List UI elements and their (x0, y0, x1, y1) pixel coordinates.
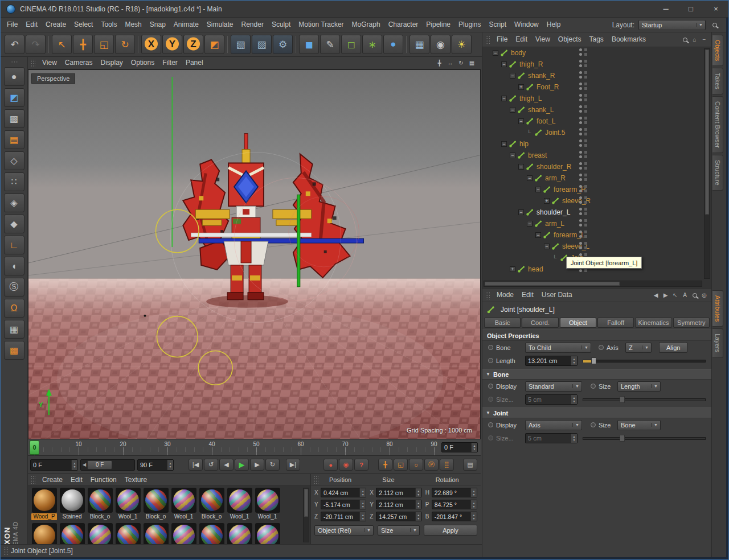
material-thumbnail[interactable] (88, 488, 113, 513)
tab-object[interactable]: Object (560, 318, 596, 328)
material-thumbnail[interactable] (227, 488, 252, 513)
menu-item-mograph[interactable]: MoGraph (348, 18, 384, 32)
spinner[interactable]: ▲▼ (359, 512, 366, 521)
material-row2-1[interactable] (58, 523, 86, 544)
menu-item-sculpt[interactable]: Sculpt (268, 18, 294, 32)
expand-toggle[interactable]: − (510, 153, 515, 158)
visibility-dots[interactable] (579, 162, 587, 170)
tab-structure[interactable]: Structure (712, 155, 723, 191)
expand-toggle[interactable]: − (544, 244, 550, 249)
material-wool_1[interactable]: Wool_1 (170, 488, 198, 520)
zoom-view-icon[interactable]: ↔ (445, 59, 455, 67)
camera-label[interactable]: Perspective (31, 73, 75, 84)
record-keyframe-button[interactable]: ● (323, 459, 338, 471)
visibility-dots[interactable] (579, 71, 587, 79)
history-back-icon[interactable]: ◀ (651, 291, 661, 299)
tab-kinematics[interactable]: Kinematics (635, 318, 671, 328)
expand-toggle[interactable]: − (518, 118, 524, 124)
edges-mode-button[interactable]: ◈ (4, 193, 24, 212)
material-thumbnail[interactable] (60, 488, 85, 513)
layout-dropdown[interactable]: Startup ▼ (638, 20, 706, 30)
material-wool_1[interactable]: Wool_1 (114, 488, 142, 520)
menu-item-display[interactable]: Display (96, 57, 126, 69)
enable-axis-button[interactable]: ∟ (4, 236, 24, 254)
tab-basic[interactable]: Basic (484, 318, 521, 328)
anim-dot[interactable] (488, 345, 493, 350)
visibility-dots[interactable] (579, 219, 587, 227)
playback-options-button[interactable]: ▤ (463, 459, 477, 471)
spinner[interactable]: ▲▼ (571, 356, 577, 365)
preview-range-slider[interactable]: ◀ 0 F (80, 459, 135, 471)
menu-item-select[interactable]: Select (70, 18, 97, 32)
minimize-button[interactable]: ─ (653, 1, 678, 17)
expand-toggle[interactable]: − (527, 175, 533, 181)
spinner[interactable]: ▲▼ (470, 488, 477, 497)
tree-item-arm-r[interactable]: −arm_R (482, 172, 703, 184)
object-tree-vscrollbar[interactable] (704, 48, 710, 279)
expand-toggle[interactable]: − (535, 232, 541, 238)
play-forwards-button[interactable]: ▶ (235, 459, 249, 471)
key-parameter-toggle[interactable]: Ⓟ (424, 459, 439, 471)
expand-toggle[interactable]: + (510, 266, 515, 272)
redo-button[interactable]: ↷ (26, 35, 46, 54)
tab-content-browser[interactable]: Content Browser (712, 96, 723, 153)
material-thumbnail[interactable] (255, 488, 280, 513)
render-settings-button[interactable]: ⚙ (273, 35, 293, 54)
key-pla-toggle[interactable]: ⣿ (440, 459, 454, 471)
lock-icon[interactable]: ◎ (699, 291, 709, 299)
ruler-frame-field[interactable]: 0 F ▲▼ (441, 442, 478, 452)
visibility-dots[interactable] (579, 128, 587, 135)
maximize-button[interactable]: □ (678, 1, 703, 17)
spinner[interactable]: ▲▼ (471, 443, 477, 452)
goto-start-button[interactable]: |◀ (189, 459, 203, 471)
timeline-ruler[interactable]: 102030405060708090 0 0 F ▲▼ (28, 439, 481, 456)
spinner[interactable]: ▲▼ (359, 488, 366, 497)
tree-item-shoulder-r[interactable]: −shoulder_R (482, 161, 703, 172)
coord-size-dropdown[interactable]: Size ▼ (378, 525, 420, 536)
coord-field-y[interactable]: -5.174 cm▲▼ (321, 500, 366, 509)
current-frame-field[interactable]: 0 F ▲▼ (30, 459, 78, 471)
bone-dropdown[interactable]: To Child ▼ (525, 343, 591, 353)
om-home-icon[interactable]: ⌂ (690, 35, 699, 44)
spinner[interactable]: ▲▼ (415, 500, 421, 509)
joint-size-dropdown[interactable]: Bone ▼ (617, 420, 661, 430)
add-light-button[interactable]: ☀ (452, 35, 472, 54)
menu-item-objects[interactable]: Objects (554, 32, 585, 47)
expand-toggle[interactable]: − (527, 221, 533, 227)
workplane-lock-button[interactable]: ▦ (4, 320, 24, 339)
toggle-panels-icon[interactable]: ▦ (467, 59, 477, 67)
texture-mode-button[interactable]: ▤ (4, 130, 24, 149)
visibility-dots[interactable] (579, 105, 587, 113)
global-search-icon[interactable] (710, 20, 719, 29)
anim-dot[interactable] (591, 384, 596, 389)
render-picture-viewer-button[interactable]: ▨ (252, 35, 272, 54)
expand-toggle[interactable]: − (501, 96, 507, 101)
menu-item-pipeline[interactable]: Pipeline (422, 18, 454, 32)
tree-item-forearm-r[interactable]: −forearm_R (482, 184, 703, 195)
joint-section-header[interactable]: ▼ Joint (482, 407, 711, 418)
menu-item-tags[interactable]: Tags (585, 32, 608, 47)
live-selection-tool[interactable]: ↖ (52, 35, 72, 54)
lock-y-axis[interactable]: Y (162, 35, 182, 54)
visibility-dots[interactable] (579, 230, 587, 238)
coordinates-grip[interactable] (314, 476, 318, 484)
visibility-dots[interactable] (579, 139, 587, 147)
close-button[interactable]: × (703, 1, 728, 17)
menu-item-edit[interactable]: Edit (511, 32, 531, 47)
material-wood_p[interactable]: Wood_P (30, 488, 58, 520)
menu-item-cameras[interactable]: Cameras (61, 57, 97, 69)
menu-item-edit[interactable]: Edit (67, 474, 87, 485)
menu-item-motion-tracker[interactable]: Motion Tracker (294, 18, 347, 32)
expand-toggle[interactable]: − (510, 107, 515, 113)
tab-symmetry[interactable]: Symmetry (673, 318, 710, 328)
visibility-dots[interactable] (579, 196, 587, 204)
visibility-dots[interactable] (579, 48, 587, 56)
viewport-solo-button[interactable]: ◖ (4, 257, 24, 275)
expand-toggle[interactable]: − (518, 164, 524, 170)
pick-object-icon[interactable]: ↖ (670, 291, 680, 299)
spinner[interactable]: ▲▼ (470, 512, 477, 521)
menu-item-edit[interactable]: Edit (22, 18, 42, 32)
material-thumbnail[interactable] (199, 488, 224, 513)
tab-layers[interactable]: Layers (712, 328, 723, 357)
goto-end-button[interactable]: ▶| (286, 459, 300, 471)
